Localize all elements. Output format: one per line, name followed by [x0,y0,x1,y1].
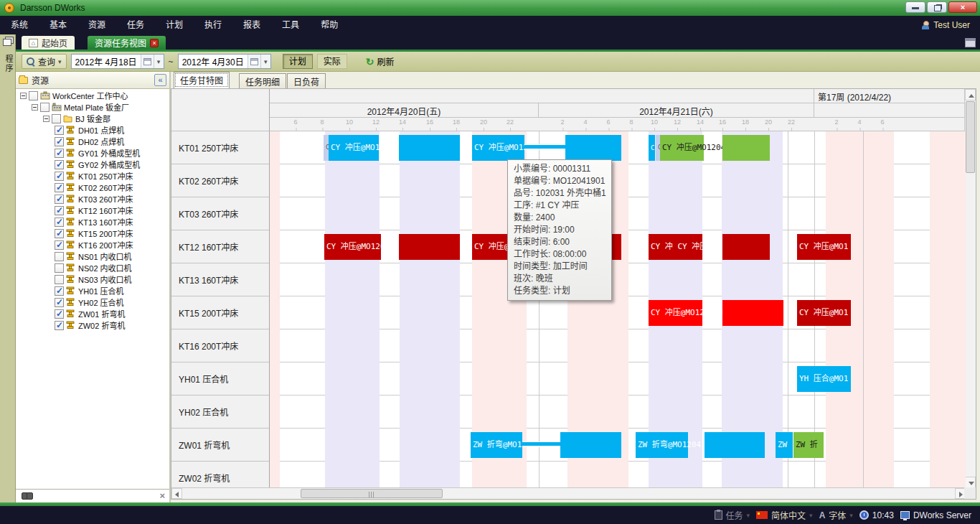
scroll-up-button[interactable] [965,89,976,100]
tab-task-detail[interactable]: 任务明细 [239,73,286,88]
actual-toggle-button[interactable]: 实际 [317,54,347,69]
tree-checkbox[interactable] [55,252,64,261]
task-bar[interactable]: ZW 折弯@MO12041901 [636,432,688,458]
date-to-calendar-button[interactable] [248,55,260,68]
tree-checkbox[interactable] [55,240,64,250]
task-bar[interactable]: ZW [776,432,793,458]
menu-item[interactable]: 帮助 [310,16,349,34]
menu-item[interactable]: 执行 [194,16,232,34]
tree-item[interactable]: ZW01 折弯机 [16,308,169,319]
close-button[interactable]: × [948,1,977,13]
task-bar[interactable] [522,442,560,446]
tree-expander-icon[interactable] [32,104,38,111]
tree-item[interactable]: Metal Plate 钣金厂 [16,101,169,113]
horizontal-scroll-thumb[interactable] [301,489,443,498]
collapse-panel-button[interactable] [154,74,166,86]
vertical-scroll-thumb[interactable] [966,101,975,173]
tree-expander-icon[interactable] [43,116,50,122]
user-box[interactable]: Test User [921,16,970,34]
date-to-field[interactable]: 2012年 4月30日 [178,54,271,69]
date-to-dropdown[interactable] [260,55,270,68]
tree-item[interactable]: GY02 外桶成型机 [16,159,169,170]
scroll-left-button[interactable] [171,488,182,499]
task-bar[interactable]: CY 冲压@MO12041903 [649,300,702,326]
tree-checkbox[interactable] [55,126,64,135]
menu-item[interactable]: 计划 [155,16,194,34]
tree-item[interactable]: NS01 内收口机 [16,251,169,262]
task-bar[interactable]: CY 冲压@MO12041901 [329,135,379,161]
tree-item[interactable]: KT03 260T冲床 [16,193,169,205]
minimize-button[interactable] [905,1,925,13]
task-bar[interactable] [560,432,621,458]
program-vertical-tab[interactable]: 程序 [3,55,14,73]
task-bar[interactable] [524,145,565,149]
find-icon[interactable] [22,492,33,499]
task-bar[interactable] [722,300,783,326]
task-bar[interactable]: CY 冲压@MO12041902 [660,135,704,161]
task-bar[interactable] [722,135,770,161]
windows-icon[interactable] [3,39,11,46]
tree-item[interactable]: KT13 160T冲床 [16,216,169,228]
tree-checkbox[interactable] [55,160,64,169]
search-button[interactable]: 查询 [22,54,67,69]
vertical-scrollbar[interactable] [964,89,976,488]
menu-item[interactable]: 基本 [39,16,77,34]
tree-checkbox[interactable] [55,321,64,330]
tree-item[interactable]: KT02 260T冲床 [16,182,169,193]
task-bar[interactable] [565,135,621,161]
search-caret-icon[interactable] [58,58,62,65]
date-to-value[interactable]: 2012年 4月30日 [179,55,248,67]
tree-checkbox[interactable] [40,103,50,112]
task-bar[interactable]: C [649,135,655,161]
tree-item[interactable]: YH01 压合机 [16,285,169,296]
task-bar[interactable] [722,234,770,260]
task-bar[interactable] [705,432,765,458]
find-close-icon[interactable] [159,490,165,501]
tree-item[interactable]: KT12 160T冲床 [16,205,169,216]
status-language-menu[interactable]: 简体中文 [756,509,813,521]
tab-home[interactable]: 起始页 [22,36,75,50]
task-bar[interactable]: CY 冲 CY 冲压@MO12041904 [649,234,702,260]
tree-checkbox[interactable] [55,183,64,192]
task-bar[interactable] [399,234,460,260]
task-bar[interactable]: YH 压合@MO1 [797,366,851,392]
tree-item[interactable]: ZW02 折弯机 [16,319,169,331]
restore-button[interactable] [927,1,947,13]
task-bar[interactable]: CY 冲压@MO1 [797,234,851,260]
menu-item[interactable]: 系统 [0,16,39,34]
tree-checkbox[interactable] [55,137,64,146]
tree-checkbox[interactable] [55,275,64,284]
menu-item[interactable]: 任务 [116,16,155,34]
tree-item[interactable]: KT16 200T冲床 [16,239,169,251]
task-bar[interactable]: ZW 折 [793,432,824,458]
tree-item[interactable]: KT15 200T冲床 [16,228,169,239]
tree-checkbox[interactable] [55,206,64,215]
date-from-calendar-button[interactable] [141,55,154,68]
menu-item[interactable]: 工具 [271,16,310,34]
tree-item[interactable]: KT01 250T冲床 [16,170,169,182]
tree-checkbox[interactable] [52,114,61,123]
menu-item[interactable]: 资源 [77,16,116,34]
tree-checkbox[interactable] [55,217,64,227]
tab-gantt-chart[interactable]: 任务甘特图 [174,72,230,88]
tree-checkbox[interactable] [55,263,64,273]
task-bar[interactable]: ZW 折弯@MO12041901 [471,432,522,458]
tree-checkbox[interactable] [55,229,64,238]
tree-checkbox[interactable] [55,195,64,204]
tree-checkbox[interactable] [55,172,64,181]
status-task-menu[interactable]: 任务 [715,509,750,521]
refresh-button[interactable]: 刷新 [362,54,399,69]
tree-checkbox[interactable] [55,298,64,307]
plan-toggle-button[interactable]: 计划 [283,54,313,69]
window-list-icon[interactable] [965,38,976,47]
task-bar[interactable]: CY 冲压@MO12041904 [324,234,381,260]
tree-item[interactable]: BJ 钣金部 [16,113,169,124]
date-from-dropdown[interactable] [154,55,164,68]
tree-item[interactable]: DH02 点焊机 [16,136,169,147]
tab-close-icon[interactable] [150,39,159,47]
tree-checkbox[interactable] [55,149,64,158]
scroll-down-button[interactable] [965,477,976,488]
tree-item[interactable]: NS02 内收口机 [16,262,169,273]
status-font-menu[interactable]: 字体 [819,509,853,521]
tree-expander-icon[interactable] [20,93,27,99]
